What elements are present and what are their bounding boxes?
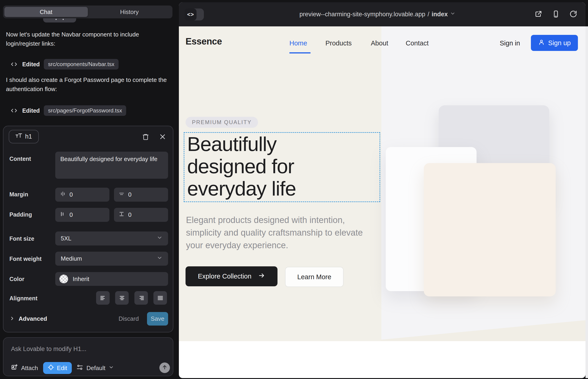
nav-link-contact[interactable]: Contact [406,39,429,47]
url-page: index [432,11,448,18]
app-window: Chat History Now let's update the Navbar… [0,0,588,379]
tab-history[interactable]: History [88,7,171,17]
type-icon [15,133,22,141]
url-bar[interactable]: preview--charming-site-symphony.lovable.… [299,2,456,26]
image-plus-icon [11,364,18,372]
align-center-button[interactable] [115,291,129,305]
edited-file-row[interactable]: Edited src/components/Navbar.tsx [10,59,119,69]
url-separator: / [428,11,429,18]
hero-heading[interactable]: Beautifully designed for everyday life [187,133,334,200]
nav-link-products[interactable]: Products [325,39,352,47]
prompt-input-box[interactable]: Ask Lovable to modify H1... Attach Edit … [3,337,173,376]
preview-browser-window: <> preview--charming-site-symphony.lovab… [179,2,586,378]
color-value: Inherit [73,276,89,283]
edited-label: Edited [22,61,40,68]
site-hero-section: Essence Home Products About Contact Sign… [179,26,586,341]
padding-label: Padding [9,211,32,218]
margin-label: Margin [9,191,28,198]
learn-more-button[interactable]: Learn More [285,267,343,287]
element-editor-panel: h1 Content Beautifully designed for ever… [3,126,173,332]
margin-x-value: 0 [69,191,73,198]
padding-x-value: 0 [69,211,73,218]
open-external-icon[interactable] [535,10,542,19]
color-select[interactable]: Inherit [55,272,168,286]
margin-y-value: 0 [128,191,131,198]
chevron-down-icon[interactable] [450,11,455,18]
margin-y-input[interactable]: 0 [114,188,168,202]
color-swatch [59,275,68,283]
attach-button[interactable]: Attach [11,362,38,374]
tab-chat[interactable]: Chat [4,7,88,17]
active-nav-underline [289,52,310,53]
chevron-right-icon [9,316,15,322]
model-default-dropdown[interactable]: Default [76,362,114,374]
content-label: Content [9,156,31,162]
delete-element-button[interactable] [140,132,151,142]
assistant-message: Now let's update the Navbar component to… [6,30,170,48]
save-button[interactable]: Save [147,312,168,326]
code-icon [10,107,18,115]
font-weight-select[interactable]: Medium [55,252,168,266]
decorative-card-cream [424,163,556,296]
sliders-icon [76,364,83,372]
sign-in-link[interactable]: Sign in [500,39,520,47]
padding-y-input[interactable]: 0 [114,208,168,222]
close-icon[interactable] [157,132,168,142]
margin-horizontal-icon [60,191,66,198]
file-path-chip[interactable]: src/components/Navbar.tsx [44,59,118,69]
align-left-button[interactable] [96,291,110,305]
code-icon[interactable]: <> [185,8,197,20]
url-text: preview--charming-site-symphony.lovable.… [299,11,425,18]
font-size-label: Font size [9,235,34,242]
padding-horizontal-icon [60,211,66,219]
edited-file-row[interactable]: Edited src/pages/ForgotPassword.tsx [10,106,126,116]
browser-chrome-bar: <> preview--charming-site-symphony.lovab… [179,2,586,26]
premium-quality-badge: PREMIUM QUALITY [186,117,258,128]
content-input[interactable]: Beautifully designed for everyday life [55,152,168,179]
edit-mode-button[interactable]: Edit [43,362,72,374]
page-edge-scroll-strip[interactable] [586,26,588,378]
color-label: Color [9,276,24,283]
attach-label: Attach [21,364,38,372]
hero-paragraph: Elegant products designed with intention… [186,214,370,252]
edited-label: Edited [22,107,40,114]
align-justify-button[interactable] [154,291,167,305]
chevron-down-icon [157,235,163,242]
nav-link-home[interactable]: Home [289,39,307,47]
arrow-up-icon [162,364,168,371]
chevron-down-icon [157,255,163,262]
chevron-down-icon [108,364,114,372]
font-weight-value: Medium [61,255,82,262]
edit-label: Edit [57,364,67,372]
sign-up-button[interactable]: Sign up [531,35,578,51]
chat-history-tabs: Chat History [3,5,172,18]
explore-collection-button[interactable]: Explore Collection [186,266,278,286]
margin-x-input[interactable]: 0 [55,188,109,202]
site-logo[interactable]: Essence [186,36,222,47]
nav-link-about[interactable]: About [371,39,388,47]
refresh-icon[interactable] [569,10,577,19]
default-label: Default [86,364,105,372]
code-icon [10,60,18,68]
clipped-scrolled-chip [43,18,76,22]
prompt-placeholder[interactable]: Ask Lovable to modify H1... [11,346,86,353]
padding-vertical-icon [119,211,124,219]
advanced-toggle[interactable]: Advanced [9,312,47,326]
selected-element-tag[interactable]: h1 [9,130,39,143]
padding-y-value: 0 [128,211,131,218]
discard-button[interactable]: Discard [119,312,139,326]
arrow-right-icon [258,272,265,281]
file-path-chip[interactable]: src/pages/ForgotPassword.tsx [44,105,126,116]
explore-collection-label: Explore Collection [198,272,252,280]
assistant-message: I should also create a Forgot Password p… [6,75,170,94]
mobile-view-icon[interactable] [552,10,560,19]
code-preview-toggle[interactable]: <> [185,8,204,20]
send-button[interactable] [159,363,170,373]
user-icon [538,39,545,47]
align-right-button[interactable] [134,291,148,305]
margin-vertical-icon [119,191,124,198]
target-icon [48,364,54,372]
font-weight-label: Font weight [9,255,42,262]
font-size-select[interactable]: 5XL [55,232,168,245]
padding-x-input[interactable]: 0 [55,208,109,222]
